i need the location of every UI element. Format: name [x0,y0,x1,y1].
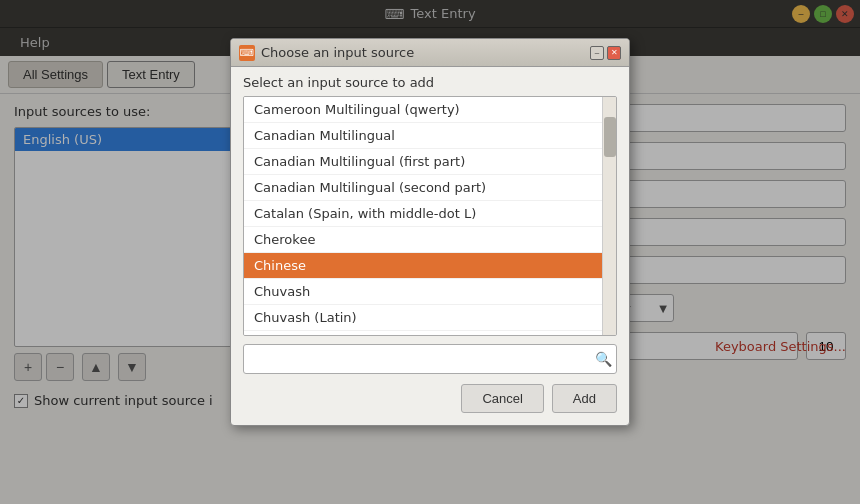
dialog-scrollbar-thumb [604,117,616,157]
dialog-win-controls: – ✕ [590,46,621,60]
search-icon[interactable]: 🔍 [595,351,612,367]
dialog-subtitle: Select an input source to add [231,67,629,96]
dialog-minimize-button[interactable]: – [590,46,604,60]
dialog-list-item[interactable]: Chuvash [244,279,616,305]
dialog-title-icon: ⌨ [239,45,255,61]
dialog-input-list[interactable]: Cameroon Multilingual (qwerty) Canadian … [243,96,617,336]
add-button[interactable]: Add [552,384,617,413]
dialog-list-item-selected[interactable]: Chinese [244,253,616,279]
dialog-close-button[interactable]: ✕ [607,46,621,60]
dialog-list-item[interactable]: Canadian Multilingual (second part) [244,175,616,201]
dialog-list-item[interactable]: Catalan (Spain, with middle-dot L) [244,201,616,227]
dialog-title-label: Choose an input source [261,45,414,60]
dialog-list-item[interactable]: Canadian Multilingual (first part) [244,149,616,175]
dialog-list-item[interactable]: Cameroon Multilingual (qwerty) [244,97,616,123]
dialog-list-item[interactable]: Cherokee [244,227,616,253]
choose-input-dialog: ⌨ Choose an input source – ✕ Select an i… [230,38,630,426]
dialog-title-text: ⌨ Choose an input source [239,45,414,61]
dialog-list-item[interactable]: Canadian Multilingual [244,123,616,149]
dialog-scrollbar[interactable] [602,97,616,335]
cancel-button[interactable]: Cancel [461,384,543,413]
dialog-search-input[interactable] [248,345,595,373]
dialog-overlay: ⌨ Choose an input source – ✕ Select an i… [0,0,860,504]
dialog-search-row: 🔍 [243,344,617,374]
dialog-list-item[interactable]: Chuvash (Latin) [244,305,616,331]
dialog-title-bar: ⌨ Choose an input source – ✕ [231,39,629,67]
dialog-buttons: Cancel Add [231,384,629,425]
dialog-list-item[interactable]: CloGaelach [244,331,616,336]
